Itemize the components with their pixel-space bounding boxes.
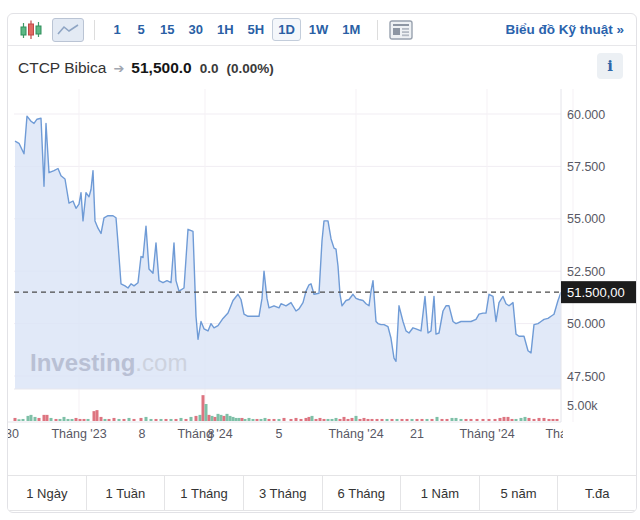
range-button[interactable]: 3 Tháng bbox=[244, 476, 323, 510]
svg-text:47.500: 47.500 bbox=[567, 370, 605, 384]
interval-button-5[interactable]: 5 bbox=[130, 18, 152, 41]
range-button[interactable]: 1 Ngày bbox=[8, 476, 87, 510]
toolbar-divider bbox=[377, 20, 378, 40]
svg-text:Tháng '24: Tháng '24 bbox=[177, 427, 232, 441]
svg-text:Tháng '24: Tháng '24 bbox=[328, 427, 383, 441]
svg-text:5: 5 bbox=[276, 427, 283, 441]
x-axis-labels: 30Tháng '238Tháng '2485Tháng '2421Tháng … bbox=[8, 427, 601, 441]
interval-button-1H[interactable]: 1H bbox=[211, 18, 240, 41]
last-price: 51,500.0 bbox=[131, 59, 191, 77]
svg-text:50.000: 50.000 bbox=[567, 317, 605, 331]
price-arrow-icon: ➔ bbox=[113, 61, 124, 76]
svg-text:51.500,00: 51.500,00 bbox=[567, 285, 625, 300]
volume-bars bbox=[14, 395, 559, 421]
watermark: Investing.com bbox=[30, 349, 187, 376]
svg-text:Tháng '24: Tháng '24 bbox=[459, 427, 514, 441]
interval-button-1[interactable]: 1 bbox=[106, 18, 128, 41]
svg-text:57.500: 57.500 bbox=[567, 160, 605, 174]
interval-group: 1515301H5H1D1W1M bbox=[105, 18, 367, 41]
range-button[interactable]: 5 năm bbox=[480, 476, 559, 510]
range-button-bar: 1 Ngày1 Tuần1 Tháng3 Tháng6 Tháng1 Năm5 … bbox=[8, 475, 636, 511]
candlestick-chart-icon[interactable] bbox=[18, 18, 44, 42]
price-change-percent: (0.00%) bbox=[226, 61, 273, 76]
current-price-badge: 51.500,00 bbox=[561, 281, 637, 303]
range-button[interactable]: 1 Tháng bbox=[165, 476, 244, 510]
interval-button-5H[interactable]: 5H bbox=[242, 18, 271, 41]
price-change: 0.0 bbox=[200, 61, 219, 76]
interval-button-15[interactable]: 15 bbox=[154, 18, 180, 41]
svg-text:Tháng '23: Tháng '23 bbox=[51, 427, 106, 441]
chart-widget: 1515301H5H1D1W1M Biểu đồ Kỹ thuật » CTCP… bbox=[7, 13, 637, 513]
instrument-header: CTCP Bibica ➔ 51,500.0 0.0 (0.00%) i bbox=[8, 47, 636, 89]
range-button[interactable]: 1 Năm bbox=[401, 476, 480, 510]
range-button[interactable]: 1 Tuần bbox=[87, 476, 166, 510]
chart-toolbar: 1515301H5H1D1W1M Biểu đồ Kỹ thuật » bbox=[8, 14, 636, 46]
svg-text:30: 30 bbox=[8, 427, 19, 441]
interval-button-1M[interactable]: 1M bbox=[336, 18, 366, 41]
svg-text:8: 8 bbox=[139, 427, 146, 441]
technical-chart-link[interactable]: Biểu đồ Kỹ thuật » bbox=[505, 22, 624, 37]
toolbar-divider bbox=[94, 20, 95, 40]
svg-text:55.000: 55.000 bbox=[567, 212, 605, 226]
price-chart-canvas[interactable]: Investing.com 51.500,00 60.00057.50055.0… bbox=[8, 89, 637, 444]
line-chart-icon[interactable] bbox=[52, 18, 84, 42]
svg-text:8: 8 bbox=[208, 427, 215, 441]
range-button[interactable]: 6 Tháng bbox=[323, 476, 402, 510]
svg-text:5.00k: 5.00k bbox=[567, 399, 598, 413]
instrument-name: CTCP Bibica bbox=[18, 59, 106, 77]
interval-button-1D[interactable]: 1D bbox=[272, 18, 301, 41]
news-panel-icon[interactable] bbox=[388, 18, 414, 42]
interval-button-1W[interactable]: 1W bbox=[303, 18, 335, 41]
svg-text:52.500: 52.500 bbox=[567, 265, 605, 279]
svg-text:21: 21 bbox=[410, 427, 424, 441]
range-button[interactable]: T.đa bbox=[558, 476, 636, 510]
interval-button-30[interactable]: 30 bbox=[182, 18, 208, 41]
svg-text:Tháng '24: Tháng '24 bbox=[545, 427, 600, 441]
info-button[interactable]: i bbox=[597, 53, 623, 79]
svg-text:60.000: 60.000 bbox=[567, 108, 605, 122]
